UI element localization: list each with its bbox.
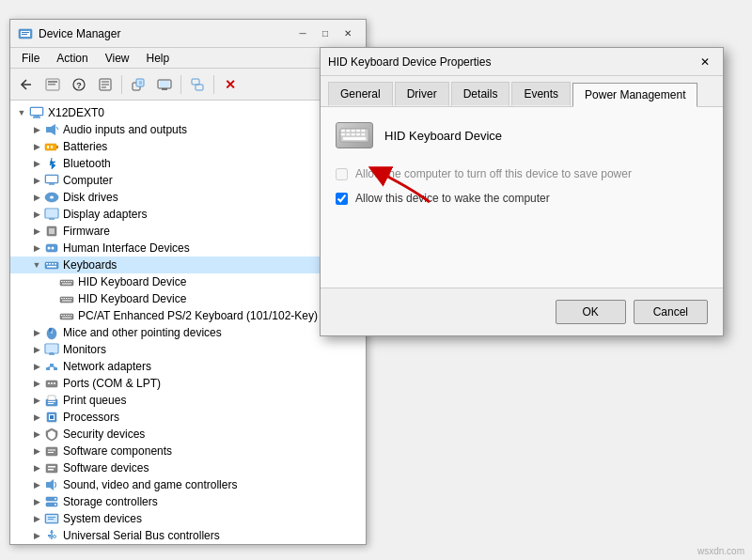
close-button[interactable]: ✕ [337,23,358,44]
svg-rect-129 [361,133,365,136]
tree-item-storage[interactable]: ▶ Storage controllers [10,493,366,510]
tab-details[interactable]: Details [451,82,510,106]
computer-button[interactable] [152,72,177,97]
tree-item-print[interactable]: ▶ Print queues [10,392,366,409]
expand-root[interactable]: ▼ [14,105,29,120]
expand-hid[interactable]: ▶ [29,241,44,256]
x-icon: ✕ [225,77,236,92]
tree-item-security[interactable]: ▶ Security devices [10,426,366,443]
tree-item-bluetooth[interactable]: ▶ Bluetooth [10,155,366,172]
tree-item-display[interactable]: ▶ Display adapters [10,206,366,223]
tree-item-network[interactable]: ▶ Network adapters [10,358,366,375]
tree-item-software-comp[interactable]: ▶ Software components [10,443,366,459]
dialog-title-bar: HID Keyboard Device Properties ✕ [321,48,723,76]
uninstall-button[interactable]: ✕ [218,72,243,97]
icon-firmware [44,224,59,239]
expand-batteries[interactable]: ▶ [29,139,44,154]
expand-display[interactable]: ▶ [29,207,44,222]
expand-software-comp[interactable]: ▶ [29,443,44,459]
menu-file[interactable]: File [14,50,47,66]
icon-hid-kbd2 [59,291,74,306]
svg-rect-24 [31,108,42,115]
tree-item-usb[interactable]: ▶ Universal Serial Bus controllers [10,527,366,544]
cancel-button[interactable]: Cancel [634,300,708,324]
expand-mice[interactable]: ▶ [29,325,44,340]
expand-software-dev[interactable]: ▶ [29,460,44,475]
device-tree[interactable]: ▼ X12DEXT0 ▶ Audio inputs and outputs ▶ … [10,101,366,544]
tree-item-ps2[interactable]: PC/AT Enhanced PS/2 Keyboard (101/102-Ke… [10,307,366,324]
main-window: Device Manager ─ □ ✕ File Action View He… [9,19,367,545]
expand-bluetooth[interactable]: ▶ [29,156,44,171]
expand-ports[interactable]: ▶ [29,376,44,391]
tree-item-keyboards[interactable]: ▼ Keyboards [10,257,366,273]
svg-text:?: ? [76,81,82,90]
tree-item-ports[interactable]: ▶ Ports (COM & LPT) [10,375,366,392]
scan-button[interactable] [126,72,150,97]
expand-system[interactable]: ▶ [29,511,44,526]
tree-item-sound[interactable]: ▶ Sound, video and game controllers [10,476,366,493]
properties-button[interactable] [93,72,118,97]
icon-software-comp [44,443,59,459]
tree-item-processors[interactable]: ▶ Processors [10,409,366,426]
device-icon [190,77,205,92]
expand-storage[interactable]: ▶ [29,494,44,509]
menu-action[interactable]: Action [49,50,95,66]
tree-item-system[interactable]: ▶ System devices [10,510,366,527]
forward-button[interactable] [40,72,65,97]
tree-item-hid2[interactable]: HID Keyboard Device [10,290,366,307]
device-button[interactable] [185,72,210,97]
icon-hid-kbd1 [59,274,74,289]
tree-item-batteries[interactable]: ▶ Batteries [10,138,366,155]
minimize-button[interactable]: ─ [292,23,313,44]
tree-item-root[interactable]: ▼ X12DEXT0 [10,104,366,121]
svg-marker-114 [50,530,54,533]
tree-item-hid[interactable]: ▶ Human Interface Devices [10,240,366,257]
svg-rect-55 [64,281,66,282]
expand-audio[interactable]: ▶ [29,122,44,137]
expand-computer[interactable]: ▶ [29,173,44,188]
icon-storage [44,494,59,509]
svg-rect-60 [60,297,73,303]
expand-usb[interactable]: ▶ [29,528,44,543]
expand-firmware[interactable]: ▶ [29,224,44,239]
tree-item-audio[interactable]: ▶ Audio inputs and outputs [10,121,366,138]
tree-item-software-dev[interactable]: ▶ Software devices [10,459,366,476]
tree-item-computer[interactable]: ▶ Computer [10,172,366,189]
expand-keyboards[interactable]: ▼ [29,257,44,272]
maximize-button[interactable]: □ [315,23,336,44]
svg-rect-125 [341,133,345,136]
tree-item-hid1[interactable]: HID Keyboard Device [10,273,366,290]
tab-general[interactable]: General [328,82,393,106]
svg-rect-6 [48,81,57,83]
menu-view[interactable]: View [98,50,137,66]
tree-item-mice[interactable]: ▶ Mice and other pointing devices [10,324,366,341]
icon-monitors [44,342,59,357]
svg-rect-103 [46,482,50,488]
tree-item-disk[interactable]: ▶ Disk drives [10,189,366,206]
icon-bluetooth [44,156,59,171]
tab-events[interactable]: Events [511,82,571,106]
tree-label-storage: Storage controllers [63,495,158,508]
expand-sound[interactable]: ▶ [29,477,44,492]
help-button[interactable]: ? [67,72,91,97]
toolbar-separator-2 [180,75,181,94]
expand-security[interactable]: ▶ [29,427,44,442]
tree-item-monitors[interactable]: ▶ Monitors [10,341,366,358]
expand-monitors[interactable]: ▶ [29,342,44,357]
expand-processors[interactable]: ▶ [29,410,44,425]
back-icon [19,77,34,92]
main-title: Device Manager [39,27,120,40]
tree-item-firmware[interactable]: ▶ Firmware [10,223,366,240]
tree-label-display: Display adapters [63,208,147,221]
tree-label-disk: Disk drives [63,191,118,204]
ok-button[interactable]: OK [556,300,626,324]
menu-help[interactable]: Help [139,50,178,66]
expand-print[interactable]: ▶ [29,393,44,408]
expand-network[interactable]: ▶ [29,359,44,374]
dialog-close-button[interactable]: ✕ [695,52,715,72]
svg-rect-76 [49,328,52,332]
back-button[interactable] [14,72,39,97]
tab-power-management[interactable]: Power Management [572,83,697,107]
tab-driver[interactable]: Driver [395,82,449,106]
expand-disk[interactable]: ▶ [29,190,44,205]
